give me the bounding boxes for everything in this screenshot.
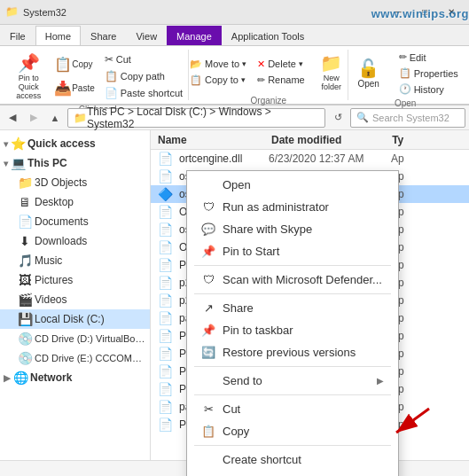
- copy-to-button[interactable]: 📋 Copy to ▾: [186, 73, 250, 88]
- ctx-copy[interactable]: 📋 Copy: [187, 420, 398, 442]
- expand-icon: ▾: [4, 139, 8, 149]
- sidebar-item-quick-access[interactable]: ▾ ⭐ Quick access: [0, 134, 150, 153]
- ctx-create-shortcut[interactable]: Create shortcut: [187, 449, 398, 471]
- watermark: www.wintips.org: [371, 7, 469, 20]
- file-icon-p2p1: 📄: [158, 258, 172, 272]
- local-disk-icon: 💾: [18, 312, 32, 326]
- col-header-type[interactable]: Ty: [392, 134, 462, 146]
- file-icon-osur: 📄: [158, 222, 172, 237]
- ribbon: File Home Share View Manage Application …: [0, 25, 469, 105]
- copy-path-button[interactable]: 📋 Copy path: [101, 68, 186, 84]
- sidebar-item-downloads[interactable]: ⬇ Downloads: [0, 231, 150, 251]
- sidebar-item-desktop[interactable]: 🖥 Desktop: [0, 192, 150, 212]
- file-row-ortcengine[interactable]: 📄 ortcengine.dll 6/23/2020 12:37 AM Ap: [151, 150, 469, 168]
- tab-home[interactable]: Home: [35, 26, 81, 45]
- ctx-send-to[interactable]: Send to ▶: [187, 370, 398, 392]
- sidebar-item-pictures[interactable]: 🖼 Pictures: [0, 270, 150, 290]
- properties-button[interactable]: 📋 Properties: [395, 66, 462, 81]
- ctx-share[interactable]: ↗ Share: [187, 297, 398, 319]
- pictures-icon: 🖼: [18, 273, 32, 287]
- ribbon-group-clipboard: 📌 Pin to Quickaccess 📋 Copy 📥 Paste: [7, 50, 189, 100]
- videos-icon: 🎬: [18, 293, 32, 307]
- music-icon: 🎵: [18, 254, 32, 268]
- col-header-date[interactable]: Date modified: [271, 134, 385, 146]
- properties-icon: 📋: [399, 67, 411, 79]
- 3d-objects-icon: 📁: [18, 176, 32, 190]
- tab-view[interactable]: View: [126, 26, 167, 45]
- sidebar-item-this-pc[interactable]: ▾ 💻 This PC: [0, 153, 150, 173]
- sidebar-item-music[interactable]: 🎵 Music: [0, 251, 150, 270]
- this-pc-icon: 💻: [11, 156, 25, 170]
- paste-icon: 📥: [54, 80, 72, 97]
- rename-button[interactable]: ✏ Rename: [254, 73, 309, 88]
- tab-share[interactable]: Share: [81, 26, 126, 45]
- col-header-name[interactable]: Name: [158, 134, 264, 146]
- copy-button[interactable]: 📋 Copy: [51, 53, 98, 75]
- ctx-separator-4: [194, 394, 391, 395]
- title-bar-left: 📁 System32: [5, 5, 66, 20]
- back-button[interactable]: ◀: [4, 109, 21, 127]
- ctx-pin-start[interactable]: 📌 Pin to Start: [187, 240, 398, 262]
- file-icon-pan: 📄: [158, 400, 172, 414]
- history-button[interactable]: 🕐 History: [395, 82, 462, 97]
- sidebar-item-documents[interactable]: 📄 Documents: [0, 212, 150, 231]
- cd-drive-e-icon: 💿: [18, 351, 32, 365]
- address-path[interactable]: 📁 This PC > Local Disk (C:) > Windows > …: [67, 108, 325, 128]
- ribbon-tabs: File Home Share View Manage Application …: [0, 25, 469, 46]
- tab-manage[interactable]: Manage: [167, 26, 222, 45]
- new-folder-button[interactable]: 📁 Newfolder: [312, 50, 351, 94]
- paste-shortcut-icon: 📄: [105, 87, 118, 99]
- rename-icon: ✏: [257, 74, 265, 86]
- ctx-copy-icon: 📋: [201, 425, 215, 438]
- ctx-open[interactable]: Open: [187, 174, 398, 196]
- file-icon-pass: 📄: [158, 417, 172, 432]
- sidebar-item-local-disk-c[interactable]: 💾 Local Disk (C:): [0, 309, 150, 329]
- ctx-restore-versions[interactable]: 🔄 Restore previous versions: [187, 341, 398, 363]
- up-button[interactable]: ▲: [46, 109, 64, 127]
- file-icon-pack1: 📄: [158, 329, 172, 343]
- ctx-share-skype[interactable]: 💬 Share with Skype: [187, 218, 398, 240]
- edit-button[interactable]: ✏ Edit: [395, 50, 462, 65]
- ribbon-group-open: 🔓 Open ✏ Edit 📋 Properties 🕐 History: [348, 50, 462, 100]
- history-icon: 🕐: [399, 83, 411, 95]
- delete-button[interactable]: ✕ Delete ▾: [254, 57, 309, 72]
- sidebar-item-cd-drive-d[interactable]: 💿 CD Drive (D:) VirtualBox Guest A...: [0, 329, 150, 348]
- ctx-separator-3: [194, 366, 391, 367]
- forward-button[interactable]: ▶: [25, 109, 43, 127]
- paste-shortcut-button[interactable]: 📄 Paste shortcut: [101, 85, 186, 101]
- ctx-pin-taskbar[interactable]: 📌 Pin to taskbar: [187, 319, 398, 341]
- paste-button[interactable]: 📥 Paste: [51, 77, 98, 99]
- file-icon-pack2: 📄: [158, 347, 172, 361]
- ctx-scan-defender[interactable]: 🛡 Scan with Microsoft Defender...: [187, 269, 398, 291]
- tab-file[interactable]: File: [0, 26, 35, 45]
- ctx-delete[interactable]: 🗑 Delete: [187, 471, 398, 476]
- file-icon-pack4: 📄: [158, 382, 172, 396]
- file-icon-ortcengine: 📄: [158, 152, 172, 166]
- cd-drive-d-icon: 💿: [18, 332, 32, 346]
- open-button[interactable]: 🔓 Open: [349, 55, 388, 91]
- pin-to-quick-access-button[interactable]: 📌 Pin to Quickaccess: [9, 50, 48, 103]
- open-actions: 🔓 Open ✏ Edit 📋 Properties 🕐 History: [349, 50, 462, 97]
- move-icon: 📂: [190, 59, 202, 70]
- sidebar-item-3d-objects[interactable]: 📁 3D Objects: [0, 173, 150, 192]
- ctx-run-admin[interactable]: 🛡 Run as administrator: [187, 196, 398, 218]
- search-box[interactable]: 🔍 Search System32: [350, 108, 465, 128]
- file-list-header: Name Date modified Ty: [151, 130, 469, 150]
- ctx-cut[interactable]: ✂ Cut: [187, 398, 398, 420]
- ctx-restore-icon: 🔄: [201, 346, 215, 359]
- tab-apptools[interactable]: Application Tools: [222, 26, 314, 45]
- new-folder-icon: 📁: [320, 52, 342, 74]
- file-icon-pac: 📄: [158, 311, 172, 325]
- ctx-share-icon: ↗: [201, 301, 215, 315]
- ctx-send-to-arrow: ▶: [377, 376, 384, 386]
- clipboard-actions: 📌 Pin to Quickaccess 📋 Copy 📥 Paste: [9, 50, 186, 103]
- expand-icon-network: ▶: [4, 373, 11, 383]
- sidebar-item-network[interactable]: ▶ 🌐 Network: [0, 368, 150, 387]
- cut-button[interactable]: ✂ Cut: [101, 51, 186, 67]
- move-to-button[interactable]: 📂 Move to ▾: [186, 57, 250, 72]
- sidebar-item-videos[interactable]: 🎬 Videos: [0, 290, 150, 309]
- sidebar-item-cd-drive-e[interactable]: 💿 CD Drive (E:) CCCOMA_X64FRE_...: [0, 348, 150, 368]
- refresh-button[interactable]: ↺: [329, 109, 347, 127]
- open-icon: 🔓: [357, 58, 379, 79]
- address-bar: ◀ ▶ ▲ 📁 This PC > Local Disk (C:) > Wind…: [0, 105, 469, 130]
